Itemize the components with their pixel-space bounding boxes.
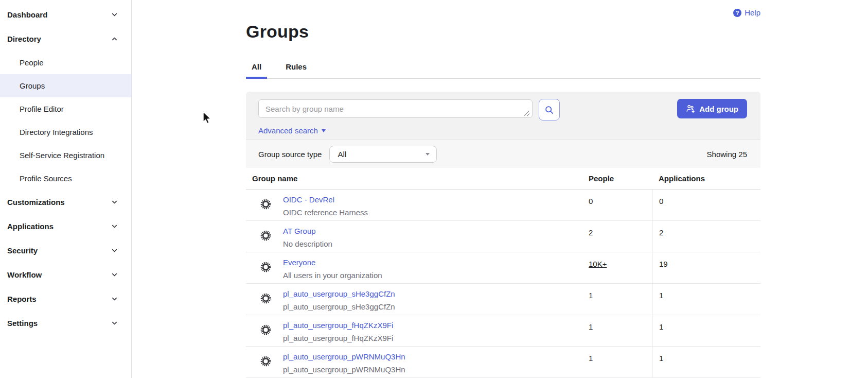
group-name-link[interactable]: pl_auto_usergroup_sHe3ggCfZn [283, 289, 395, 298]
group-name-link[interactable]: pl_auto_usergroup_fHqZKzX9Fi [283, 321, 393, 330]
column-header-applications: Applications [652, 174, 760, 183]
group-name-link[interactable]: AT Group [283, 227, 316, 235]
caret-down-icon [426, 153, 430, 156]
search-icon [544, 105, 554, 115]
people-count: 0 [589, 197, 593, 205]
table-row: OIDC - DevRel OIDC reference Harness 0 0 [246, 190, 760, 221]
group-description: No description [283, 239, 582, 248]
tab-all[interactable]: All [246, 56, 267, 78]
chevron-down-icon [111, 271, 118, 279]
group-name-link[interactable]: pl_auto_usergroup_pWRNMuQ3Hn [283, 352, 405, 361]
table-row: pl_auto_usergroup_pWRNMuQ3Hn pl_auto_use… [246, 347, 760, 378]
sidebar-item-people[interactable]: People [0, 51, 131, 74]
group-gear-icon [260, 261, 272, 273]
group-gear-icon [260, 355, 272, 367]
sidebar-item-security[interactable]: Security [0, 238, 131, 263]
sidebar-item-profile-editor[interactable]: Profile Editor [0, 97, 131, 121]
chevron-down-icon [111, 295, 118, 303]
tab-rules[interactable]: Rules [280, 56, 312, 78]
table-row: pl_auto_usergroup_fHqZKzX9Fi pl_auto_use… [246, 315, 760, 347]
applications-count: 19 [659, 260, 668, 268]
column-header-people: People [582, 174, 652, 183]
add-group-label: Add group [699, 105, 738, 113]
sidebar-item-dashboard[interactable]: Dashboard [0, 3, 131, 27]
column-header-group-name: Group name [246, 174, 582, 183]
search-section: Add group Advanced search [246, 92, 760, 140]
group-gear-icon [260, 198, 272, 210]
table-body: OIDC - DevRel OIDC reference Harness 0 0 [246, 190, 760, 378]
sidebar-item-profile-sources[interactable]: Profile Sources [0, 167, 131, 190]
help-label: Help [745, 8, 760, 17]
applications-count: 1 [659, 291, 663, 300]
people-count: 1 [589, 322, 593, 331]
people-count: 1 [589, 291, 593, 300]
sidebar-item-label: Workflow [7, 270, 42, 279]
chevron-down-icon [111, 247, 118, 254]
group-description: All users in your organization [283, 271, 582, 280]
page-header: Groups ? Help [246, 0, 760, 42]
chevron-down-icon [111, 11, 118, 19]
add-group-button[interactable]: Add group [677, 99, 747, 118]
group-name-link[interactable]: Everyone [283, 258, 315, 267]
applications-count: 0 [659, 197, 663, 205]
main-area: Groups ? Help All Rules [132, 0, 868, 378]
applications-count: 2 [659, 228, 663, 237]
advanced-search-label: Advanced search [258, 126, 318, 135]
sidebar-item-label: Dashboard [7, 10, 47, 19]
sidebar-nav: Dashboard Directory People Groups Profil… [0, 3, 131, 335]
filter-section: Group source type All Showing 25 [246, 140, 760, 168]
group-description: OIDC reference Harness [283, 208, 582, 217]
sidebar-item-label: Settings [7, 319, 38, 328]
sidebar-item-label: Reports [7, 295, 37, 303]
add-user-icon [686, 104, 695, 113]
group-source-type-select[interactable]: All [329, 146, 437, 163]
sidebar-item-reports[interactable]: Reports [0, 287, 131, 311]
table-row: AT Group No description 2 2 [246, 221, 760, 252]
group-description: pl_auto_usergroup_pWRNMuQ3Hn [283, 365, 582, 374]
group-gear-icon [260, 324, 272, 336]
sidebar-item-directory[interactable]: Directory [0, 27, 131, 51]
caret-down-icon [322, 129, 326, 132]
sidebar-item-label: Directory [7, 35, 41, 43]
groups-card: Add group Advanced search Group source t… [246, 92, 760, 378]
sidebar-item-self-service-registration[interactable]: Self-Service Registration [0, 144, 131, 167]
sidebar-item-applications[interactable]: Applications [0, 214, 131, 238]
chevron-down-icon [111, 198, 118, 206]
sidebar: Dashboard Directory People Groups Profil… [0, 0, 132, 378]
help-icon: ? [733, 9, 741, 17]
table-row: Everyone All users in your organization … [246, 252, 760, 284]
advanced-search-link[interactable]: Advanced search [258, 126, 326, 135]
group-source-type-value: All [338, 150, 346, 159]
people-count: 1 [589, 354, 593, 363]
sidebar-item-label: Applications [7, 222, 54, 231]
sidebar-item-customizations[interactable]: Customizations [0, 190, 131, 214]
search-button[interactable] [539, 99, 560, 121]
chevron-down-icon [111, 319, 118, 327]
sidebar-item-workflow[interactable]: Workflow [0, 263, 131, 287]
group-source-type-label: Group source type [258, 150, 322, 159]
people-count-link[interactable]: 10K+ [589, 260, 607, 268]
table-row: pl_auto_usergroup_sHe3ggCfZn pl_auto_use… [246, 284, 760, 315]
chevron-up-icon [111, 35, 118, 43]
page-title: Groups [246, 22, 309, 42]
group-gear-icon [260, 293, 272, 304]
help-link[interactable]: ? Help [733, 8, 760, 17]
group-description: pl_auto_usergroup_fHqZKzX9Fi [283, 334, 582, 342]
group-description: pl_auto_usergroup_sHe3ggCfZn [283, 302, 582, 311]
showing-count: Showing 25 [707, 150, 747, 159]
people-count: 2 [589, 228, 593, 237]
tabs: All Rules [246, 56, 760, 79]
sidebar-item-settings[interactable]: Settings [0, 311, 131, 335]
sidebar-item-directory-integrations[interactable]: Directory Integrations [0, 121, 131, 144]
applications-count: 1 [659, 322, 663, 331]
search-input[interactable] [258, 99, 533, 118]
sidebar-item-label: Security [7, 246, 38, 255]
sidebar-item-groups[interactable]: Groups [0, 74, 131, 97]
group-gear-icon [260, 230, 272, 242]
table-header: Group name People Applications [246, 168, 760, 190]
group-name-link[interactable]: OIDC - DevRel [283, 195, 334, 204]
chevron-down-icon [111, 222, 118, 230]
sidebar-item-label: Customizations [7, 198, 65, 207]
app-root: Dashboard Directory People Groups Profil… [0, 0, 868, 378]
applications-count: 1 [659, 354, 663, 363]
